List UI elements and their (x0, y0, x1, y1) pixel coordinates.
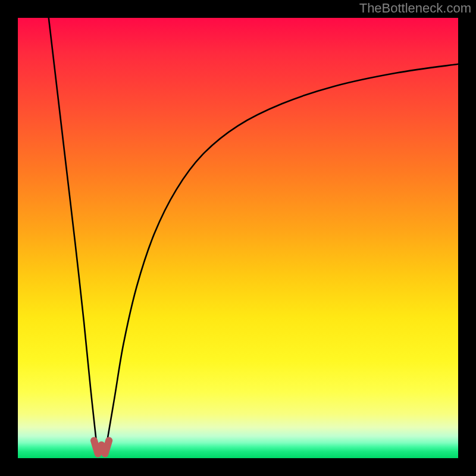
dip-layer (18, 18, 458, 458)
chart-frame: TheBottleneck.com (0, 0, 476, 476)
plot-area (18, 18, 458, 458)
watermark-text: TheBottleneck.com (359, 1, 471, 16)
optimal-dip-marker (94, 440, 109, 453)
